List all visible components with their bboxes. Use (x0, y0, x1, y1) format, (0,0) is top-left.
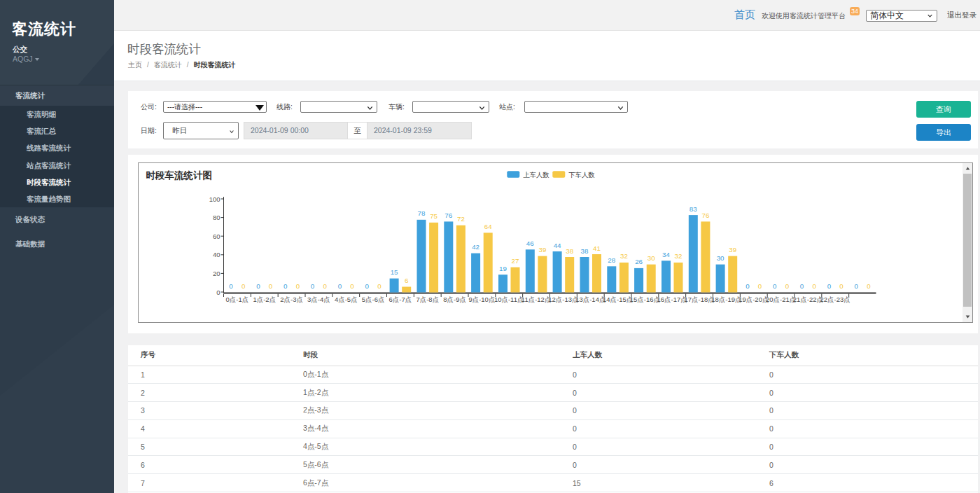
svg-text:15: 15 (391, 268, 398, 276)
svg-text:41: 41 (593, 244, 601, 252)
svg-text:40: 40 (213, 251, 220, 258)
svg-text:38: 38 (566, 247, 573, 255)
svg-text:1点-2点: 1点-2点 (253, 296, 276, 303)
svg-text:5点-6点: 5点-6点 (362, 296, 385, 303)
svg-text:100: 100 (209, 195, 220, 203)
svg-text:0: 0 (365, 282, 370, 290)
svg-text:18点-19点: 18点-19点 (711, 296, 741, 303)
svg-text:16点-17点: 16点-17点 (657, 296, 687, 303)
svg-text:76: 76 (444, 211, 452, 219)
svg-text:0点-1点: 0点-1点 (226, 296, 249, 303)
svg-text:32: 32 (620, 252, 628, 260)
svg-text:3点-4点: 3点-4点 (307, 296, 330, 303)
svg-text:32: 32 (675, 252, 682, 260)
svg-text:19点-20点: 19点-20点 (738, 296, 769, 303)
svg-text:19: 19 (499, 265, 507, 272)
svg-text:0: 0 (256, 282, 260, 290)
svg-text:上车人数: 上车人数 (523, 172, 550, 179)
svg-text:60: 60 (213, 232, 220, 240)
svg-text:44: 44 (554, 242, 561, 249)
svg-text:8点-9点: 8点-9点 (443, 296, 466, 303)
svg-text:46: 46 (526, 239, 534, 247)
svg-text:0: 0 (800, 282, 804, 290)
svg-text:10点-11点: 10点-11点 (494, 296, 524, 303)
svg-text:20: 20 (213, 270, 220, 277)
svg-text:0: 0 (746, 282, 750, 290)
svg-text:80: 80 (213, 214, 220, 221)
svg-text:12点-13点: 12点-13点 (548, 296, 578, 303)
svg-text:39: 39 (538, 246, 546, 254)
svg-text:30: 30 (648, 254, 655, 262)
svg-text:0: 0 (296, 282, 300, 290)
svg-text:下车人数: 下车人数 (568, 172, 595, 179)
svg-text:6: 6 (405, 277, 409, 284)
svg-text:2点-3点: 2点-3点 (280, 296, 303, 303)
svg-text:0: 0 (216, 289, 220, 296)
svg-text:0: 0 (812, 282, 816, 290)
svg-text:时段车流统计图: 时段车流统计图 (146, 170, 213, 181)
svg-text:0: 0 (323, 282, 327, 290)
svg-text:0: 0 (229, 282, 233, 290)
svg-text:14点-15点: 14点-15点 (603, 296, 633, 303)
svg-text:34: 34 (662, 251, 670, 258)
svg-text:75: 75 (430, 212, 438, 220)
svg-text:11点-12点: 11点-12点 (522, 296, 552, 303)
svg-text:0: 0 (867, 282, 871, 290)
svg-text:0: 0 (758, 282, 762, 290)
svg-text:30: 30 (717, 254, 724, 262)
svg-text:72: 72 (457, 215, 465, 223)
svg-text:0: 0 (269, 282, 273, 290)
svg-text:22点-23点: 22点-23点 (820, 296, 850, 303)
svg-text:83: 83 (690, 205, 697, 213)
svg-text:6点-7点: 6点-7点 (389, 296, 412, 303)
svg-text:42: 42 (472, 243, 479, 251)
svg-text:28: 28 (608, 256, 615, 264)
svg-text:17点-18点: 17点-18点 (684, 296, 714, 303)
svg-text:7点-8点: 7点-8点 (416, 296, 439, 303)
svg-text:27: 27 (512, 257, 519, 265)
svg-text:64: 64 (484, 223, 492, 230)
svg-text:0: 0 (241, 282, 246, 290)
svg-text:13点-14点: 13点-14点 (575, 296, 606, 303)
svg-text:0: 0 (785, 282, 790, 290)
svg-text:0: 0 (350, 282, 354, 290)
svg-text:0: 0 (827, 282, 832, 290)
svg-text:26: 26 (635, 258, 643, 265)
svg-text:4点-5点: 4点-5点 (335, 296, 358, 303)
svg-text:0: 0 (377, 282, 382, 290)
svg-text:76: 76 (701, 211, 709, 219)
svg-text:21点-22点: 21点-22点 (793, 296, 823, 303)
svg-text:9点-10点: 9点-10点 (468, 296, 495, 303)
svg-text:0: 0 (839, 282, 844, 290)
svg-text:0: 0 (311, 282, 315, 290)
svg-text:0: 0 (773, 282, 777, 290)
svg-text:78: 78 (418, 209, 426, 217)
svg-text:0: 0 (855, 282, 859, 290)
svg-text:39: 39 (729, 246, 736, 254)
svg-text:0: 0 (284, 282, 288, 290)
svg-text:0: 0 (338, 282, 342, 290)
svg-text:38: 38 (581, 247, 589, 255)
svg-text:20点-21点: 20点-21点 (766, 296, 796, 303)
svg-text:15点-16点: 15点-16点 (630, 296, 660, 303)
